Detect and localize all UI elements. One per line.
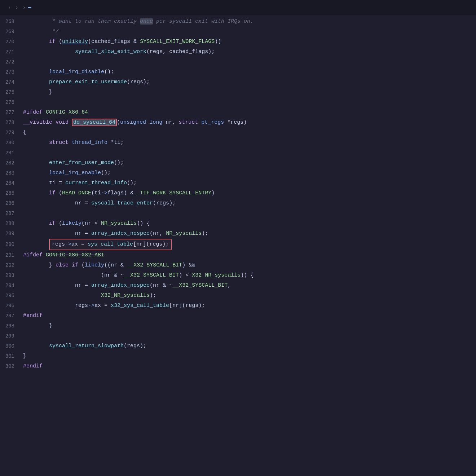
line-number: 290 bbox=[0, 242, 22, 247]
line-content: * want to run them exactly once per sysc… bbox=[22, 17, 476, 27]
code-line: 285 if (READ_ONCE(ti->flags) & _TIF_WORK… bbox=[0, 188, 476, 198]
line-content bbox=[22, 57, 476, 67]
line-number: 271 bbox=[0, 49, 22, 55]
breadcrumb-bar: › › › bbox=[0, 0, 476, 15]
line-number: 293 bbox=[0, 273, 22, 278]
line-content: if (READ_ONCE(ti->flags) & _TIF_WORK_SYS… bbox=[22, 188, 476, 198]
code-line: 279{ bbox=[0, 128, 476, 138]
line-content bbox=[22, 148, 476, 158]
line-content: } bbox=[22, 321, 476, 331]
code-line: 286 nr = syscall_trace_enter(regs); bbox=[0, 198, 476, 208]
line-number: 280 bbox=[0, 140, 22, 146]
line-content bbox=[22, 208, 476, 219]
line-content: #endif bbox=[22, 311, 476, 321]
code-line: 292 } else if (likely((nr & __X32_SYSCAL… bbox=[0, 260, 476, 270]
c-file-icon bbox=[28, 7, 31, 8]
code-area: 268 * want to run them exactly once per … bbox=[0, 15, 476, 371]
line-content: regs->ax = sys_call_table[nr](regs); bbox=[22, 239, 476, 250]
line-number: 295 bbox=[0, 293, 22, 299]
line-content: } bbox=[22, 87, 476, 97]
line-content: enter_from_user_mode(); bbox=[22, 158, 476, 168]
line-number: 282 bbox=[0, 160, 22, 166]
line-number: 289 bbox=[0, 231, 22, 237]
line-number: 274 bbox=[0, 79, 22, 85]
line-number: 285 bbox=[0, 190, 22, 196]
line-content: nr = array_index_nospec(nr, NR_syscalls)… bbox=[22, 229, 476, 239]
line-number: 288 bbox=[0, 221, 22, 226]
line-content: ti = current_thread_info(); bbox=[22, 178, 476, 188]
line-number: 281 bbox=[0, 150, 22, 156]
line-number: 283 bbox=[0, 170, 22, 176]
line-content: nr = array_index_nospec(nr & ~__X32_SYSC… bbox=[22, 281, 476, 291]
code-line: 269 */ bbox=[0, 27, 476, 37]
line-content: regs->ax = x32_sys_call_table[nr](regs); bbox=[22, 301, 476, 311]
line-content: if (likely(nr < NR_syscalls)) { bbox=[22, 219, 476, 229]
code-line: 293 (nr & ~__X32_SYSCALL_BIT) < X32_NR_s… bbox=[0, 270, 476, 281]
code-line: 301} bbox=[0, 351, 476, 361]
line-number: 279 bbox=[0, 130, 22, 136]
code-line: 274 prepare_exit_to_usermode(regs); bbox=[0, 77, 476, 87]
line-content: prepare_exit_to_usermode(regs); bbox=[22, 77, 476, 87]
code-line: 283 local_irq_enable(); bbox=[0, 168, 476, 178]
code-line: 300 syscall_return_slowpath(regs); bbox=[0, 341, 476, 351]
line-number: 291 bbox=[0, 252, 22, 258]
line-number: 296 bbox=[0, 303, 22, 309]
line-number: 273 bbox=[0, 69, 22, 75]
line-number: 301 bbox=[0, 353, 22, 359]
code-line: 289 nr = array_index_nospec(nr, NR_sysca… bbox=[0, 229, 476, 239]
code-line: 281 bbox=[0, 148, 476, 158]
line-content: if (unlikely(cached_flags & SYSCALL_EXIT… bbox=[22, 37, 476, 47]
code-line: 270 if (unlikely(cached_flags & SYSCALL_… bbox=[0, 37, 476, 47]
code-line: 298 } bbox=[0, 321, 476, 331]
breadcrumb-sep-2: › bbox=[15, 5, 18, 10]
line-content: struct thread_info *ti; bbox=[22, 138, 476, 148]
line-content: (nr & ~__X32_SYSCALL_BIT) < X32_NR_sysca… bbox=[22, 270, 476, 281]
line-number: 275 bbox=[0, 89, 22, 95]
line-content: nr = syscall_trace_enter(regs); bbox=[22, 198, 476, 208]
line-number: 284 bbox=[0, 180, 22, 186]
line-number: 270 bbox=[0, 39, 22, 45]
line-number: 272 bbox=[0, 59, 22, 65]
code-line: 290 regs->ax = sys_call_table[nr](regs); bbox=[0, 239, 476, 250]
line-number: 286 bbox=[0, 200, 22, 206]
code-line: 272 bbox=[0, 57, 476, 67]
line-content: syscall_return_slowpath(regs); bbox=[22, 341, 476, 351]
line-number: 268 bbox=[0, 19, 22, 25]
line-number: 299 bbox=[0, 333, 22, 339]
line-content: syscall_slow_exit_work(regs, cached_flag… bbox=[22, 47, 476, 57]
breadcrumb-sep-1: › bbox=[8, 5, 11, 10]
line-content: X32_NR_syscalls); bbox=[22, 291, 476, 301]
code-line: 302#endif bbox=[0, 361, 476, 371]
line-content: #endif bbox=[22, 361, 476, 371]
line-number: 298 bbox=[0, 323, 22, 329]
line-number: 276 bbox=[0, 100, 22, 105]
code-line: 294 nr = array_index_nospec(nr & ~__X32_… bbox=[0, 281, 476, 291]
code-line: 296 regs->ax = x32_sys_call_table[nr](re… bbox=[0, 301, 476, 311]
code-line: 287 bbox=[0, 208, 476, 219]
line-content bbox=[22, 97, 476, 107]
code-line: 282 enter_from_user_mode(); bbox=[0, 158, 476, 168]
code-line: 291#ifdef CONFIG_X86_X32_ABI bbox=[0, 250, 476, 260]
breadcrumb-sep-3: › bbox=[23, 5, 26, 10]
code-line: 268 * want to run them exactly once per … bbox=[0, 17, 476, 27]
code-line: 277#ifdef CONFIG_X86_64 bbox=[0, 107, 476, 118]
line-content: */ bbox=[22, 27, 476, 37]
line-number: 269 bbox=[0, 29, 22, 35]
line-number: 294 bbox=[0, 283, 22, 288]
line-content: #ifdef CONFIG_X86_64 bbox=[22, 107, 476, 118]
line-content: local_irq_disable(); bbox=[22, 67, 476, 77]
line-content: local_irq_enable(); bbox=[22, 168, 476, 178]
line-number: 277 bbox=[0, 110, 22, 115]
code-line: 275 } bbox=[0, 87, 476, 97]
code-line: 273 local_irq_disable(); bbox=[0, 67, 476, 77]
line-content: } else if (likely((nr & __X32_SYSCALL_BI… bbox=[22, 260, 476, 270]
code-line: 280 struct thread_info *ti; bbox=[0, 138, 476, 148]
line-content: __visible void do_syscall_64(unsigned lo… bbox=[22, 118, 476, 128]
line-content: #ifdef CONFIG_X86_X32_ABI bbox=[22, 250, 476, 260]
code-line: 276 bbox=[0, 97, 476, 107]
code-line: 297#endif bbox=[0, 311, 476, 321]
line-number: 302 bbox=[0, 363, 22, 369]
line-number: 287 bbox=[0, 211, 22, 216]
line-content: { bbox=[22, 128, 476, 138]
code-line: 295 X32_NR_syscalls); bbox=[0, 291, 476, 301]
